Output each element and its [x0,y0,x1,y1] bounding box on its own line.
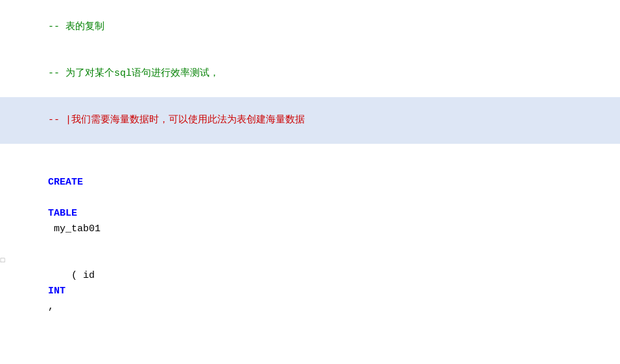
line-content-5: CREATE TABLE my_tab01 [8,159,615,253]
indent-2 [48,348,83,359]
comment-text-1: -- 表的复制 [48,21,104,32]
gutter-6: □ [0,255,8,267]
kw-table: TABLE [48,208,77,219]
paren-open: ( id [48,270,101,281]
table-name: my_tab01 [48,223,101,234]
line-content-4 [8,144,615,159]
code-line-1: -- 表的复制 [0,4,620,51]
line-content-2: -- 为了对某个sql语句进行效率测试， [8,51,615,97]
comment-text-3: -- |我们需要海量数据时，可以使用此法为表创建海量数据 [48,115,305,126]
code-line-4 [0,144,620,159]
line-content-1: -- 表的复制 [8,4,615,51]
code-editor: -- 表的复制 -- 为了对某个sql语句进行效率测试， -- |我们需要海量数… [0,0,620,364]
code-line-2: -- 为了对某个sql语句进行效率测试， [0,51,620,97]
line-content-7: `name` VARCHAR ( 32 ), [8,330,615,364]
kw-create: CREATE [48,177,83,188]
code-line-6: □ ( id INT , [0,253,620,330]
code-line-3: -- |我们需要海量数据时，可以使用此法为表创建海量数据 [0,97,620,144]
comma-1: , [48,301,54,312]
comment-text-2: -- 为了对某个sql语句进行效率测试， [48,68,219,79]
code-line-7: `name` VARCHAR ( 32 ), [0,330,620,364]
line-content-6: ( id INT , [8,253,615,330]
sp1 [48,192,54,203]
kw-int-1: INT [48,286,66,297]
line-content-3: -- |我们需要海量数据时，可以使用此法为表创建海量数据 [8,97,615,144]
code-line-5: CREATE TABLE my_tab01 [0,159,620,253]
